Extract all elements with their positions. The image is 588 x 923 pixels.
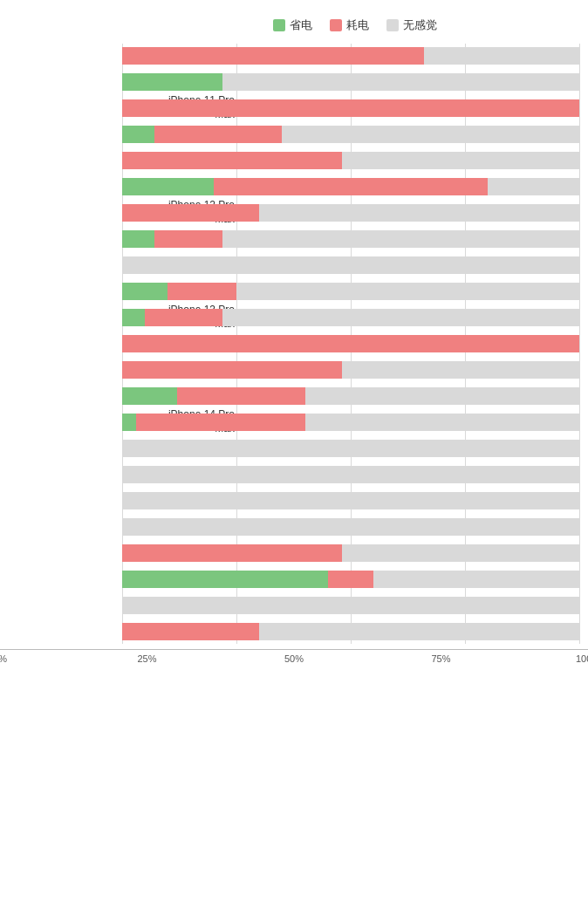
bar-row: iPhone 13 mini [122, 253, 579, 277]
legend-item: 耗电 [330, 17, 369, 33]
bar-row: iPhone 13 ProMax [122, 305, 579, 330]
legend-label: 无感觉 [403, 17, 437, 33]
bar-segment-red [122, 99, 579, 117]
bar-segment-red [145, 309, 222, 326]
bar-track [122, 518, 579, 536]
bar-row: iPhone 14 [122, 332, 579, 356]
legend: 省电耗电无感觉 [0, 17, 588, 33]
bar-segment-green [122, 414, 136, 431]
bar-row: iPhone SE 第2代 [122, 489, 579, 513]
bar-track [122, 414, 579, 431]
x-axis-tick: 75% [431, 650, 450, 664]
grid-line [579, 44, 580, 644]
bar-segment-red [122, 47, 424, 65]
bar-track [122, 73, 579, 91]
bar-row: iPhone 11 Pro [122, 70, 579, 94]
bar-row: iPhone 14 Plus [122, 358, 579, 382]
bar-track [122, 178, 579, 195]
bar-segment-green [122, 230, 154, 248]
legend-label: 省电 [290, 17, 312, 33]
bar-segment-red [214, 178, 488, 195]
legend-item: 无感觉 [386, 17, 437, 33]
bar-row: iPhone 12 mini [122, 148, 579, 173]
x-axis-tick: 50% [284, 650, 304, 664]
bar-track [122, 361, 579, 379]
bar-track [122, 440, 579, 457]
bar-segment-red [168, 283, 236, 300]
bar-segment-red [122, 152, 342, 169]
bar-row: iPhone XS [122, 593, 579, 618]
bar-segment-red [122, 544, 342, 562]
bar-track [122, 597, 579, 614]
bar-track [122, 47, 579, 65]
bar-segment-red [154, 126, 283, 143]
bar-segment-red [154, 230, 223, 248]
bar-track [122, 544, 579, 562]
legend-color-dot [330, 19, 342, 31]
bar-track [122, 571, 579, 588]
bar-segment-green [122, 283, 168, 300]
bar-row: iPhone 14 Pro [122, 384, 579, 408]
bar-row: iPhone XS Max [122, 619, 579, 644]
bar-row: iPhone 11 ProMax [122, 96, 579, 120]
bar-segment-green [122, 309, 145, 326]
bar-segment-red [122, 335, 579, 352]
bar-track [122, 99, 579, 117]
bar-segment-red [177, 387, 305, 405]
bar-row: iPhone 11 [122, 44, 579, 68]
bar-track [122, 152, 579, 169]
bar-track [122, 256, 579, 274]
bar-segment-green [122, 387, 177, 405]
bar-row: iPhone X [122, 541, 579, 565]
bar-row: iPhone 12 ProMax [122, 201, 579, 225]
legend-color-dot [386, 19, 399, 31]
bar-row: iPhone SE 第3代 [122, 515, 579, 539]
x-axis: 0%25%50%75%100% [0, 649, 588, 668]
bar-track [122, 126, 579, 143]
bar-row: iPhone 8 Plus [122, 462, 579, 487]
bar-track [122, 335, 579, 352]
legend-color-dot [273, 19, 285, 31]
bar-track [122, 309, 579, 326]
bar-track [122, 466, 579, 483]
x-axis-tick: 0% [0, 650, 7, 664]
bar-segment-red [122, 204, 259, 222]
bar-track [122, 230, 579, 248]
bar-segment-green [122, 571, 328, 588]
bar-row: iPhone 13 [122, 227, 579, 251]
bar-segment-green [122, 178, 214, 195]
bar-row: iPhone 12 [122, 122, 579, 147]
bars-area: iPhone 11iPhone 11 ProiPhone 11 ProMaxiP… [0, 44, 588, 644]
bar-row: iPhone 14 ProMax [122, 410, 579, 434]
bar-track [122, 204, 579, 222]
bar-segment-green [122, 126, 154, 143]
bar-segment-red [122, 361, 342, 379]
bar-row: iPhone 13 Pro [122, 279, 579, 304]
bar-segment-green [122, 73, 222, 91]
legend-label: 耗电 [346, 17, 369, 33]
legend-item: 省电 [273, 17, 312, 33]
bar-track [122, 623, 579, 640]
bar-segment-red [136, 414, 305, 431]
x-axis-tick: 25% [137, 650, 156, 664]
bar-row: iPhone 12 Pro [122, 174, 579, 199]
bar-track [122, 492, 579, 509]
bar-row: iPhone 8 [122, 436, 579, 461]
bar-segment-red [122, 623, 259, 640]
x-axis-tick: 100% [576, 650, 588, 664]
bar-track [122, 387, 579, 405]
chart-container: 省电耗电无感觉 iPhone 11iPhone 11 ProiPhone 11 … [0, 9, 588, 686]
bar-segment-red [328, 571, 373, 588]
bar-row: iPhone XR [122, 567, 579, 591]
bar-track [122, 283, 579, 300]
